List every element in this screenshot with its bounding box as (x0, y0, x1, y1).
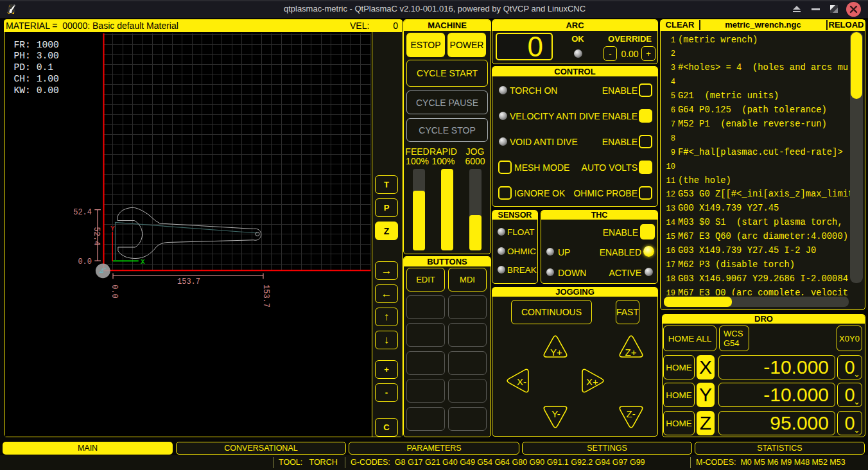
svg-text:0.0: 0.0 (78, 257, 92, 266)
svg-text:Y+: Y+ (550, 347, 562, 358)
svg-text:KW: 0.00: KW: 0.00 (13, 85, 59, 96)
svg-text:153.7: 153.7 (177, 277, 200, 286)
svg-text:Z+: Z+ (625, 347, 637, 358)
svg-text:PH: 3.00: PH: 3.00 (13, 51, 59, 61)
svg-text:Y-: Y- (551, 408, 560, 419)
svg-text:X-: X- (517, 376, 526, 387)
svg-text:PD: 0.1: PD: 0.1 (13, 62, 53, 73)
svg-text:52.4: 52.4 (92, 227, 101, 246)
svg-text:CH: 1.00: CH: 1.00 (13, 74, 59, 84)
svg-text:X+: X+ (586, 376, 598, 387)
svg-text:Y: Y (110, 225, 115, 232)
svg-text:52.4: 52.4 (73, 208, 92, 217)
svg-text:X: X (141, 258, 145, 266)
svg-text:FR: 1000: FR: 1000 (13, 40, 59, 50)
svg-text:153.7: 153.7 (261, 284, 270, 308)
svg-text:Z-: Z- (627, 408, 636, 419)
svg-text:0.0: 0.0 (110, 284, 119, 299)
